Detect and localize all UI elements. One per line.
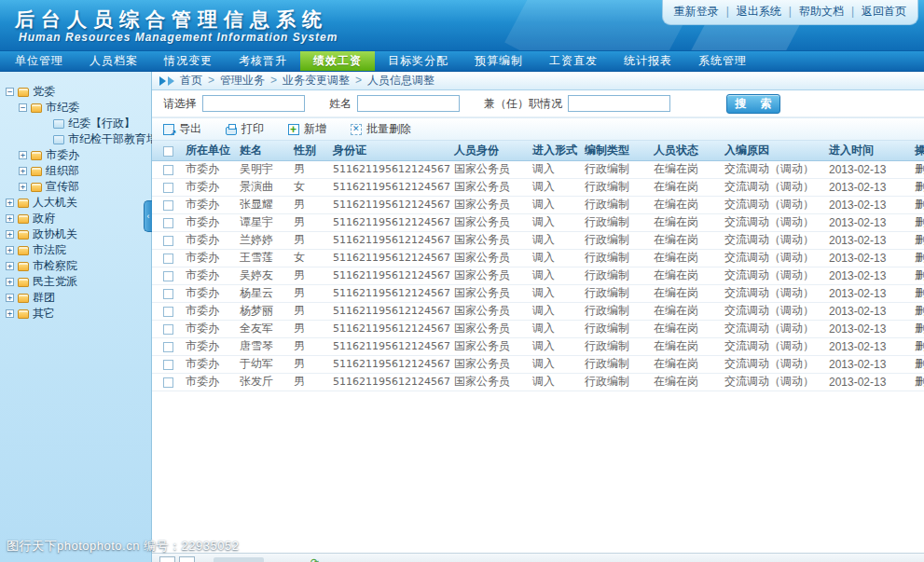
sidebar-tree-item-其它[interactable]: +其它 bbox=[0, 306, 151, 322]
nav-item-系统管理[interactable]: 系统管理 bbox=[685, 51, 760, 71]
nav-item-统计报表[interactable]: 统计报表 bbox=[611, 51, 685, 71]
top-link-退出系统[interactable]: 退出系统 bbox=[719, 4, 781, 20]
toolbar-button-批量删除[interactable]: 批量删除 bbox=[351, 121, 411, 137]
sidebar-tree-item-组织部[interactable]: +组织部 bbox=[0, 163, 151, 179]
refresh-icon[interactable]: ⟳ bbox=[310, 556, 319, 562]
row-checkbox[interactable] bbox=[163, 218, 173, 228]
table-row: 市委办景演曲女511621195612124567国家公务员调入行政编制在编在岗… bbox=[152, 178, 924, 196]
sidebar-tree-item-政府[interactable]: +政府 bbox=[0, 211, 151, 226]
search-button[interactable]: 搜 索 bbox=[726, 94, 780, 114]
cell-gender: 男 bbox=[292, 196, 331, 213]
sidebar-tree-item-市纪委[interactable]: −市纪委 bbox=[0, 100, 151, 116]
minus-box-icon[interactable]: − bbox=[6, 88, 14, 96]
row-checkbox[interactable] bbox=[163, 324, 173, 335]
breadcrumb-item-业务变更调整[interactable]: 业务变更调整 bbox=[265, 74, 350, 87]
plus-box-icon[interactable]: + bbox=[6, 309, 14, 318]
top-link-返回首页[interactable]: 返回首页 bbox=[844, 4, 906, 20]
row-checkbox[interactable] bbox=[163, 360, 173, 370]
nav-item-预算编制[interactable]: 预算编制 bbox=[462, 51, 536, 71]
breadcrumb-item-首页[interactable]: 首页 bbox=[180, 74, 202, 87]
nav-item-工资直发[interactable]: 工资直发 bbox=[536, 51, 611, 71]
top-link-帮助文档[interactable]: 帮助文档 bbox=[781, 4, 844, 20]
row-checkbox[interactable] bbox=[163, 307, 173, 317]
breadcrumb-item-管理业务[interactable]: 管理业务 bbox=[202, 74, 265, 87]
row-checkbox[interactable] bbox=[163, 342, 173, 352]
cell-date: 2013-02-13 bbox=[827, 373, 913, 391]
nav-item-绩效工资[interactable]: 绩效工资 bbox=[300, 51, 375, 71]
sidebar-tree-item-市委办[interactable]: +市委办 bbox=[0, 147, 151, 163]
sidebar-tree-item-群团[interactable]: +群团 bbox=[0, 290, 151, 306]
plus-box-icon[interactable]: + bbox=[6, 230, 14, 239]
page-nav-box[interactable] bbox=[179, 556, 195, 562]
delete-link[interactable]: 删除 bbox=[915, 215, 924, 228]
breadcrumb-item-人员信息调整[interactable]: 人员信息调整 bbox=[350, 74, 434, 87]
row-checkbox[interactable] bbox=[163, 200, 173, 211]
delete-link[interactable]: 删除 bbox=[915, 286, 924, 299]
delete-link[interactable]: 删除 bbox=[915, 198, 924, 211]
cell-date: 2013-02-13 bbox=[827, 320, 913, 337]
org-icon bbox=[31, 183, 42, 192]
plus-box-icon[interactable]: + bbox=[19, 183, 27, 191]
sidebar-tree-item-政协机关[interactable]: +政协机关 bbox=[0, 226, 151, 242]
row-checkbox[interactable] bbox=[163, 236, 173, 246]
sidebar-tree-item-宣传部[interactable]: +宣传部 bbox=[0, 179, 151, 195]
sidebar-tree-item-市法院[interactable]: +市法院 bbox=[0, 242, 151, 258]
sidebar-tree-item-民主党派[interactable]: +民主党派 bbox=[0, 274, 151, 290]
minus-box-icon[interactable]: − bbox=[19, 103, 27, 112]
cell-date: 2013-02-13 bbox=[827, 337, 913, 355]
sidebar-tree-item-纪委【行政】[interactable]: 纪委【行政】 bbox=[0, 116, 151, 131]
row-checkbox[interactable] bbox=[163, 377, 173, 388]
toolbar-button-打印[interactable]: 打印 bbox=[226, 121, 264, 137]
top-link-重新登录[interactable]: 重新登录 bbox=[674, 4, 719, 20]
plus-box-icon[interactable]: + bbox=[6, 294, 14, 302]
plus-box-icon[interactable]: + bbox=[6, 214, 14, 223]
cell-entry: 调入 bbox=[531, 302, 583, 320]
delete-link[interactable]: 删除 bbox=[915, 357, 924, 370]
sidebar-tree-item-人大机关[interactable]: +人大机关 bbox=[0, 195, 151, 211]
nav-item-考核晋升[interactable]: 考核晋升 bbox=[226, 51, 300, 71]
delete-link[interactable]: 删除 bbox=[915, 322, 924, 335]
nav-item-人员档案[interactable]: 人员档案 bbox=[76, 51, 151, 71]
plus-box-icon[interactable]: + bbox=[6, 199, 14, 207]
plus-box-icon[interactable]: + bbox=[19, 167, 27, 175]
job-field[interactable] bbox=[568, 95, 670, 112]
delete-link[interactable]: 删除 bbox=[915, 251, 924, 264]
export-icon bbox=[163, 124, 174, 135]
name-field[interactable] bbox=[357, 95, 460, 112]
cell-identity: 国家公务员 bbox=[452, 373, 531, 391]
delete-link[interactable]: 删除 bbox=[915, 180, 924, 193]
page-size-box[interactable] bbox=[159, 556, 175, 562]
row-checkbox[interactable] bbox=[163, 254, 173, 264]
cell-status: 在编在岗 bbox=[652, 160, 723, 178]
cell-date: 2013-02-13 bbox=[827, 196, 913, 213]
delete-link[interactable]: 删除 bbox=[915, 162, 924, 175]
row-checkbox[interactable] bbox=[163, 289, 173, 299]
delete-link[interactable]: 删除 bbox=[915, 339, 924, 352]
cell-date: 2013-02-13 bbox=[827, 284, 913, 302]
delete-link[interactable]: 删除 bbox=[915, 268, 924, 281]
cell-operations: 删除修改 bbox=[913, 355, 924, 373]
toolbar-button-新增[interactable]: 新增 bbox=[288, 121, 326, 137]
plus-box-icon[interactable]: + bbox=[6, 278, 14, 286]
plus-box-icon[interactable]: + bbox=[6, 262, 14, 270]
sidebar-tree-item-党委[interactable]: −党委 bbox=[0, 84, 151, 100]
delete-link[interactable]: 删除 bbox=[915, 304, 924, 317]
cell-reason: 交流调动（调动） bbox=[723, 178, 827, 196]
toolbar-button-导出[interactable]: 导出 bbox=[163, 121, 201, 137]
nav-item-目标奖分配[interactable]: 目标奖分配 bbox=[375, 51, 462, 71]
row-checkbox[interactable] bbox=[163, 271, 173, 281]
sidebar-collapse-handle[interactable]: ‹ bbox=[144, 200, 152, 232]
delete-link[interactable]: 删除 bbox=[915, 375, 924, 388]
sidebar-tree-item-市纪检干部教育培训中心[interactable]: 市纪检干部教育培训中心 bbox=[0, 131, 151, 147]
nav-item-情况变更[interactable]: 情况变更 bbox=[151, 51, 226, 71]
sidebar-tree-item-市检察院[interactable]: +市检察院 bbox=[0, 258, 151, 274]
unit-select-input[interactable] bbox=[202, 95, 305, 112]
delete-link[interactable]: 删除 bbox=[915, 233, 924, 246]
nav-item-单位管理[interactable]: 单位管理 bbox=[2, 51, 76, 71]
row-checkbox[interactable] bbox=[163, 183, 173, 193]
select-all-checkbox[interactable] bbox=[163, 146, 173, 157]
plus-box-icon[interactable]: + bbox=[6, 246, 14, 254]
select-all-header-cell bbox=[152, 141, 184, 160]
plus-box-icon[interactable]: + bbox=[19, 151, 27, 159]
row-checkbox[interactable] bbox=[163, 165, 173, 175]
